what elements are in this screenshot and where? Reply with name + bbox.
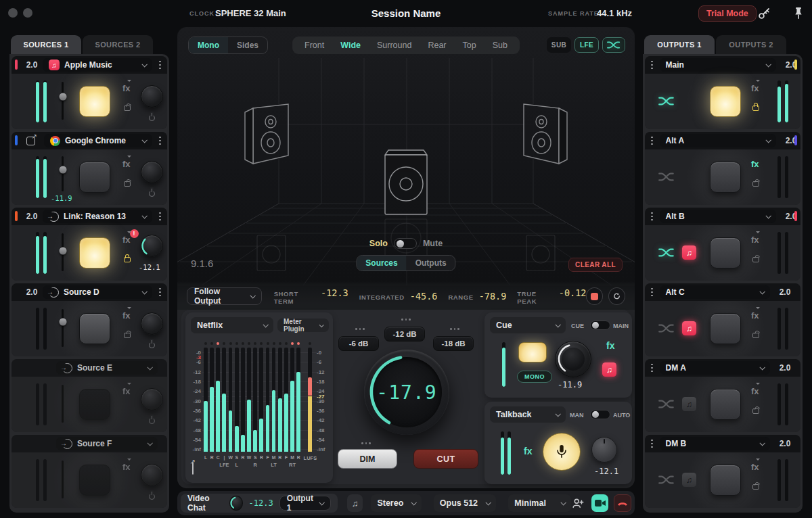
crossover-toggle[interactable] (658, 323, 675, 335)
talkback-fx-button[interactable]: fx (524, 446, 532, 456)
source-select[interactable]: Source F (56, 437, 158, 450)
power-icon[interactable] (149, 494, 155, 500)
external-link-icon[interactable] (26, 137, 35, 145)
lock-icon[interactable] (752, 408, 759, 414)
output-select[interactable]: Alt A (660, 134, 776, 147)
source-enable-button[interactable] (79, 162, 110, 193)
power-icon[interactable] (149, 418, 155, 424)
video-camera-button[interactable] (591, 494, 608, 512)
outputs-segment[interactable]: Outputs (407, 256, 455, 270)
monitor-volume-knob[interactable]: -17.9 (364, 350, 449, 435)
sides-segment[interactable]: Sides (228, 37, 267, 53)
music-source-icon[interactable]: ♫ (682, 397, 696, 411)
output-select[interactable]: Alt C (660, 285, 770, 299)
channel-mode-dropdown[interactable]: Stereo (371, 494, 421, 512)
kebab-menu[interactable] (648, 437, 656, 451)
cue-level-knob[interactable] (555, 341, 591, 377)
source-enable-button[interactable] (79, 465, 110, 496)
fx-button[interactable]: fx (751, 160, 759, 168)
source-select[interactable]: Source E (56, 361, 158, 375)
source-fader[interactable] (62, 82, 64, 120)
tab-sub[interactable]: Sub (484, 41, 516, 50)
source-gain-knob[interactable] (141, 161, 163, 183)
lock-icon[interactable] (752, 257, 759, 262)
music-source-icon[interactable]: ♫ (682, 321, 696, 335)
cut-button[interactable]: CUT (413, 449, 478, 469)
fx-button[interactable]: fx (751, 311, 759, 320)
fx-button[interactable]: fx (751, 84, 759, 93)
loudness-reset-button[interactable] (608, 287, 625, 305)
source-enable-button[interactable] (79, 86, 110, 117)
sources-segment[interactable]: Sources (357, 256, 406, 270)
fx-button[interactable]: fx (751, 387, 759, 396)
talkback-level-knob[interactable] (591, 437, 617, 463)
preset-minus12-button[interactable]: -12 dB (384, 327, 425, 342)
source-fader[interactable] (62, 156, 64, 191)
lock-icon[interactable] (124, 333, 131, 338)
source-gain-knob[interactable] (141, 85, 163, 108)
fx-button[interactable]: fx (751, 235, 759, 244)
fx-button[interactable]: fx (122, 387, 131, 396)
kebab-menu[interactable] (156, 134, 164, 148)
crossover-button[interactable] (602, 37, 625, 53)
source-fader[interactable] (62, 461, 64, 498)
quality-dropdown[interactable]: Minimal (508, 494, 571, 512)
lock-icon[interactable] (752, 181, 759, 187)
lfe-button[interactable]: LFE (574, 37, 599, 53)
power-icon[interactable] (149, 191, 155, 197)
lock-icon[interactable] (752, 333, 759, 338)
fx-button[interactable]: fx (122, 84, 131, 93)
sub-button[interactable]: SUB (547, 37, 571, 53)
fx-button[interactable]: fx (122, 463, 131, 471)
audio-note-button[interactable]: ♫ (347, 494, 363, 512)
tab-wide[interactable]: Wide (332, 41, 369, 50)
output-select[interactable]: DM B (660, 437, 770, 450)
source-select[interactable]: Google Chrome (44, 134, 152, 147)
pin-icon[interactable] (792, 6, 805, 21)
cue-dropdown[interactable]: Cue (490, 317, 566, 333)
kebab-menu[interactable] (648, 361, 656, 375)
preset-minus6-button[interactable]: -6 dB (338, 336, 379, 351)
output-enable-button[interactable] (710, 389, 741, 420)
lock-icon[interactable] (124, 105, 131, 111)
output-enable-button[interactable] (710, 313, 741, 344)
lock-icon[interactable] (752, 105, 759, 111)
tab-top[interactable]: Top (455, 41, 484, 50)
video-chat-knob[interactable] (229, 496, 242, 511)
solo-mute-switch[interactable] (394, 238, 417, 249)
tab-outputs-1[interactable]: OUTPUTS 1 (644, 35, 715, 54)
kebab-menu[interactable] (648, 134, 656, 148)
fx-button[interactable]: fx (751, 463, 759, 471)
follow-output-dropdown[interactable]: Follow Output (187, 287, 262, 305)
fx-button[interactable]: fx! (122, 235, 131, 244)
cue-mono-button[interactable]: MONO (517, 371, 552, 383)
source-select[interactable]: Source D (43, 285, 152, 299)
crossover-toggle[interactable] (658, 96, 675, 108)
source-fader[interactable] (62, 233, 64, 271)
clear-all-button[interactable]: CLEAR ALL (568, 258, 623, 272)
source-enable-button[interactable] (79, 237, 110, 268)
fx-button[interactable]: fx (122, 160, 131, 168)
source-gain-knob[interactable] (141, 312, 163, 335)
tab-sources-2[interactable]: SOURCES 2 (83, 35, 153, 54)
lock-icon[interactable] (124, 257, 131, 262)
output-select[interactable]: Alt B (660, 210, 776, 223)
power-icon[interactable] (149, 115, 155, 121)
codec-dropdown[interactable]: Opus 512 (434, 494, 497, 512)
cue-fx-button[interactable]: fx (606, 341, 614, 350)
power-icon[interactable] (149, 342, 155, 348)
crossover-toggle[interactable] (658, 172, 675, 184)
crossover-toggle[interactable] (658, 475, 675, 487)
source-gain-knob[interactable] (141, 388, 163, 410)
loudness-stop-button[interactable] (586, 287, 602, 305)
kebab-menu[interactable] (156, 210, 164, 224)
trial-mode-button[interactable]: Trial Mode (698, 5, 757, 22)
dim-button[interactable]: DIM (338, 449, 397, 469)
source-select[interactable]: Link: Reason 13 (43, 210, 152, 223)
output-enable-button[interactable] (710, 237, 741, 268)
source-gain-knob[interactable] (141, 235, 163, 257)
tab-front[interactable]: Front (296, 41, 332, 50)
crossover-toggle[interactable] (658, 399, 675, 411)
talkback-dropdown[interactable]: Talkback (490, 406, 566, 423)
lock-icon[interactable] (752, 484, 759, 490)
